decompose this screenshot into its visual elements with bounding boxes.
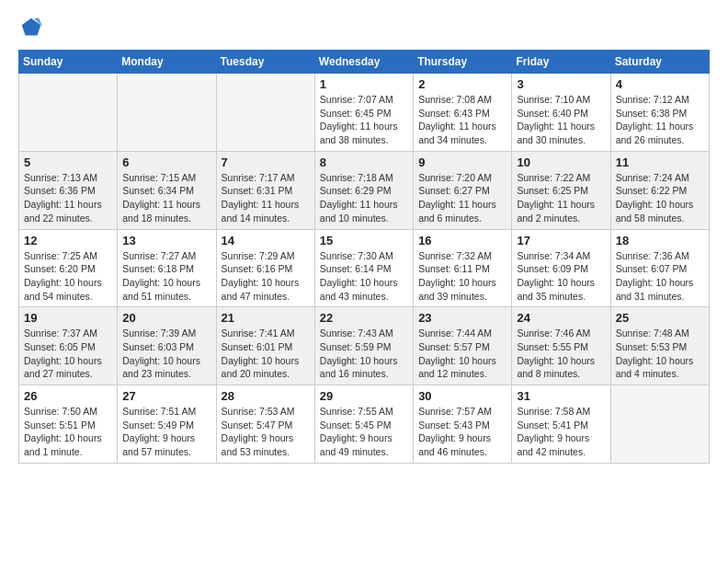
day-info: Sunrise: 7:44 AMSunset: 5:57 PMDaylight:… <box>418 327 506 381</box>
calendar-day-cell: 22Sunrise: 7:43 AMSunset: 5:59 PMDayligh… <box>314 307 413 385</box>
day-info: Sunrise: 7:15 AMSunset: 6:34 PMDaylight:… <box>122 171 210 225</box>
day-info: Sunrise: 7:53 AMSunset: 5:47 PMDaylight:… <box>222 405 310 459</box>
calendar-day-cell: 12Sunrise: 7:25 AMSunset: 6:20 PMDayligh… <box>19 229 118 307</box>
calendar-day-cell: 20Sunrise: 7:39 AMSunset: 6:03 PMDayligh… <box>118 307 216 385</box>
day-number: 23 <box>418 311 506 325</box>
day-number: 5 <box>24 155 112 169</box>
calendar-day-cell: 30Sunrise: 7:57 AMSunset: 5:43 PMDayligh… <box>414 385 512 464</box>
day-info: Sunrise: 7:10 AMSunset: 6:40 PMDaylight:… <box>517 93 605 147</box>
day-number: 17 <box>517 234 605 247</box>
day-number: 12 <box>24 234 112 247</box>
calendar-day-cell: 31Sunrise: 7:58 AMSunset: 5:41 PMDayligh… <box>512 385 610 464</box>
day-number: 20 <box>122 311 210 325</box>
calendar-day-cell <box>118 74 216 152</box>
day-info: Sunrise: 7:12 AMSunset: 6:38 PMDaylight:… <box>616 93 704 147</box>
calendar-week-row: 19Sunrise: 7:37 AMSunset: 6:05 PMDayligh… <box>19 307 710 385</box>
day-number: 3 <box>517 77 605 91</box>
day-info: Sunrise: 7:22 AMSunset: 6:25 PMDaylight:… <box>517 171 605 225</box>
day-number: 30 <box>418 389 506 403</box>
calendar-table: SundayMondayTuesdayWednesdayThursdayFrid… <box>18 50 710 464</box>
day-number: 13 <box>122 234 210 247</box>
logo-icon <box>18 15 44 40</box>
day-info: Sunrise: 7:50 AMSunset: 5:51 PMDaylight:… <box>24 405 112 459</box>
day-info: Sunrise: 7:41 AMSunset: 6:01 PMDaylight:… <box>222 327 310 381</box>
day-info: Sunrise: 7:20 AMSunset: 6:27 PMDaylight:… <box>418 171 506 225</box>
header-row: SundayMondayTuesdayWednesdayThursdayFrid… <box>19 51 710 74</box>
calendar-week-row: 5Sunrise: 7:13 AMSunset: 6:36 PMDaylight… <box>19 151 710 229</box>
calendar-day-cell: 14Sunrise: 7:29 AMSunset: 6:16 PMDayligh… <box>216 229 314 307</box>
day-info: Sunrise: 7:58 AMSunset: 5:41 PMDaylight:… <box>517 405 605 459</box>
calendar-day-cell: 1Sunrise: 7:07 AMSunset: 6:45 PMDaylight… <box>314 74 413 152</box>
calendar-day-cell: 25Sunrise: 7:48 AMSunset: 5:53 PMDayligh… <box>610 307 709 385</box>
calendar-day-cell <box>216 74 314 152</box>
day-info: Sunrise: 7:08 AMSunset: 6:43 PMDaylight:… <box>418 93 506 147</box>
day-number: 2 <box>418 77 506 91</box>
calendar-day-cell: 19Sunrise: 7:37 AMSunset: 6:05 PMDayligh… <box>19 307 118 385</box>
day-number: 9 <box>418 155 506 169</box>
day-info: Sunrise: 7:55 AMSunset: 5:45 PMDaylight:… <box>320 405 408 459</box>
calendar-day-cell: 18Sunrise: 7:36 AMSunset: 6:07 PMDayligh… <box>610 229 709 307</box>
calendar-day-cell: 5Sunrise: 7:13 AMSunset: 6:36 PMDaylight… <box>19 151 118 229</box>
calendar-week-row: 1Sunrise: 7:07 AMSunset: 6:45 PMDaylight… <box>19 74 710 152</box>
day-info: Sunrise: 7:30 AMSunset: 6:14 PMDaylight:… <box>320 249 408 304</box>
page-container: SundayMondayTuesdayWednesdayThursdayFrid… <box>0 0 728 473</box>
calendar-day-cell: 11Sunrise: 7:24 AMSunset: 6:22 PMDayligh… <box>610 151 709 229</box>
weekday-header: Tuesday <box>216 51 314 74</box>
day-number: 11 <box>616 155 704 169</box>
calendar-day-cell: 9Sunrise: 7:20 AMSunset: 6:27 PMDaylight… <box>414 151 512 229</box>
day-info: Sunrise: 7:24 AMSunset: 6:22 PMDaylight:… <box>616 171 704 225</box>
day-number: 31 <box>517 389 605 403</box>
day-info: Sunrise: 7:29 AMSunset: 6:16 PMDaylight:… <box>222 249 310 304</box>
day-info: Sunrise: 7:32 AMSunset: 6:11 PMDaylight:… <box>418 249 506 304</box>
calendar-day-cell: 13Sunrise: 7:27 AMSunset: 6:18 PMDayligh… <box>118 229 216 307</box>
calendar-day-cell: 26Sunrise: 7:50 AMSunset: 5:51 PMDayligh… <box>19 385 118 464</box>
day-number: 16 <box>418 234 506 247</box>
day-number: 24 <box>517 311 605 325</box>
calendar-day-cell: 7Sunrise: 7:17 AMSunset: 6:31 PMDaylight… <box>216 151 314 229</box>
calendar-day-cell: 16Sunrise: 7:32 AMSunset: 6:11 PMDayligh… <box>414 229 512 307</box>
weekday-header: Thursday <box>414 51 512 74</box>
day-info: Sunrise: 7:36 AMSunset: 6:07 PMDaylight:… <box>616 249 704 304</box>
calendar-day-cell: 27Sunrise: 7:51 AMSunset: 5:49 PMDayligh… <box>118 385 216 464</box>
weekday-header: Wednesday <box>314 51 413 74</box>
day-info: Sunrise: 7:51 AMSunset: 5:49 PMDaylight:… <box>122 405 210 459</box>
day-number: 26 <box>24 389 112 403</box>
day-info: Sunrise: 7:07 AMSunset: 6:45 PMDaylight:… <box>320 93 408 147</box>
page-header <box>18 15 710 40</box>
day-number: 21 <box>222 311 310 325</box>
calendar-day-cell: 21Sunrise: 7:41 AMSunset: 6:01 PMDayligh… <box>216 307 314 385</box>
day-info: Sunrise: 7:48 AMSunset: 5:53 PMDaylight:… <box>616 327 704 381</box>
day-info: Sunrise: 7:17 AMSunset: 6:31 PMDaylight:… <box>222 171 310 225</box>
calendar-day-cell: 4Sunrise: 7:12 AMSunset: 6:38 PMDaylight… <box>610 74 709 152</box>
day-number: 4 <box>616 77 704 91</box>
calendar-day-cell: 24Sunrise: 7:46 AMSunset: 5:55 PMDayligh… <box>512 307 610 385</box>
day-info: Sunrise: 7:27 AMSunset: 6:18 PMDaylight:… <box>122 249 210 304</box>
calendar-day-cell: 10Sunrise: 7:22 AMSunset: 6:25 PMDayligh… <box>512 151 610 229</box>
day-number: 22 <box>320 311 408 325</box>
day-info: Sunrise: 7:43 AMSunset: 5:59 PMDaylight:… <box>320 327 408 381</box>
day-info: Sunrise: 7:39 AMSunset: 6:03 PMDaylight:… <box>122 327 210 381</box>
calendar-day-cell: 3Sunrise: 7:10 AMSunset: 6:40 PMDaylight… <box>512 74 610 152</box>
calendar-day-cell: 2Sunrise: 7:08 AMSunset: 6:43 PMDaylight… <box>414 74 512 152</box>
calendar-day-cell: 23Sunrise: 7:44 AMSunset: 5:57 PMDayligh… <box>414 307 512 385</box>
day-number: 10 <box>517 155 605 169</box>
calendar-day-cell <box>19 74 118 152</box>
day-info: Sunrise: 7:13 AMSunset: 6:36 PMDaylight:… <box>24 171 112 225</box>
day-number: 8 <box>320 155 408 169</box>
day-number: 14 <box>222 234 310 247</box>
day-number: 28 <box>222 389 310 403</box>
day-number: 27 <box>122 389 210 403</box>
day-info: Sunrise: 7:18 AMSunset: 6:29 PMDaylight:… <box>320 171 408 225</box>
weekday-header: Saturday <box>610 51 709 74</box>
day-info: Sunrise: 7:25 AMSunset: 6:20 PMDaylight:… <box>24 249 112 304</box>
weekday-header: Monday <box>118 51 216 74</box>
day-info: Sunrise: 7:46 AMSunset: 5:55 PMDaylight:… <box>517 327 605 381</box>
calendar-day-cell <box>610 385 709 464</box>
calendar-week-row: 12Sunrise: 7:25 AMSunset: 6:20 PMDayligh… <box>19 229 710 307</box>
calendar-week-row: 26Sunrise: 7:50 AMSunset: 5:51 PMDayligh… <box>19 385 710 464</box>
day-number: 7 <box>222 155 310 169</box>
day-number: 18 <box>616 234 704 247</box>
calendar-day-cell: 17Sunrise: 7:34 AMSunset: 6:09 PMDayligh… <box>512 229 610 307</box>
calendar-body: 1Sunrise: 7:07 AMSunset: 6:45 PMDaylight… <box>19 74 710 464</box>
calendar-day-cell: 6Sunrise: 7:15 AMSunset: 6:34 PMDaylight… <box>118 151 216 229</box>
